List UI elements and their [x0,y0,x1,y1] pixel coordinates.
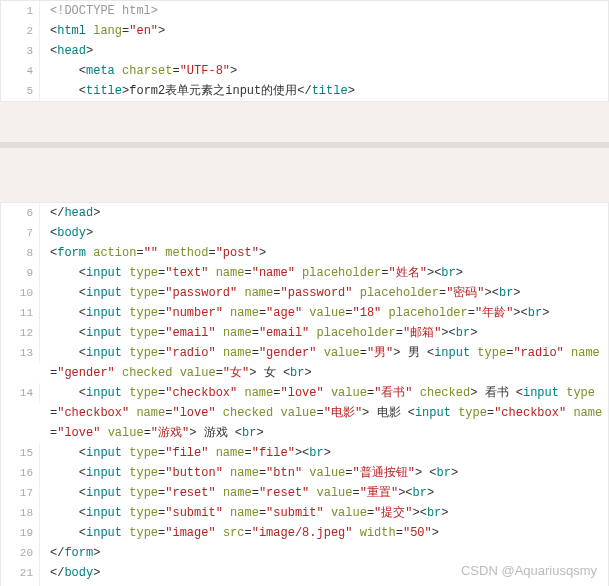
code-line: 12 <input type="email" name="email" plac… [1,323,608,343]
line-number: 19 [1,523,40,543]
line-number: 11 [1,303,40,323]
code-text: <input type="file" name="file"><br> [40,443,608,463]
code-line: 14 <input type="checkbox" name="love" va… [1,383,608,443]
code-text: <input type="image" src="image/8.jpeg" w… [40,523,608,543]
code-line: 1<!DOCTYPE html> [1,1,608,21]
code-line: 19 <input type="image" src="image/8.jpeg… [1,523,608,543]
line-number: 21 [1,563,40,583]
code-text: <input type="text" name="name" placehold… [40,263,608,283]
code-line: 16 <input type="button" name="btn" value… [1,463,608,483]
line-number: 3 [1,41,40,61]
code-line: 21</body> [1,563,608,583]
code-line: 15 <input type="file" name="file"><br> [1,443,608,463]
code-text: </form> [40,543,608,563]
line-number: 2 [1,21,40,41]
line-number: 10 [1,283,40,303]
line-number: 16 [1,463,40,483]
code-text: <body> [40,223,608,243]
line-number: 8 [1,243,40,263]
code-line: 9 <input type="text" name="name" placeho… [1,263,608,283]
code-text: <head> [40,41,608,61]
line-number: 18 [1,503,40,523]
line-number: 13 [1,343,40,363]
code-block-2: 6</head>7<body>8<form action="" method="… [0,202,609,586]
code-line: 10 <input type="password" name="password… [1,283,608,303]
code-text: <input type="submit" name="submit" value… [40,503,608,523]
code-line: 17 <input type="reset" name="reset" valu… [1,483,608,503]
code-line: 13 <input type="radio" name="gender" val… [1,343,608,383]
block-gap [0,142,609,202]
code-text: <input type="radio" name="gender" value=… [40,343,608,383]
code-line: 5 <title>form2表单元素之input的使用</title> [1,81,608,101]
gap-divider [0,142,609,148]
line-number: 6 [1,203,40,223]
line-number: 14 [1,383,40,403]
code-line: 2<html lang="en"> [1,21,608,41]
code-text: <title>form2表单元素之input的使用</title> [40,81,608,101]
line-number: 1 [1,1,40,21]
code-line: 11 <input type="number" name="age" value… [1,303,608,323]
code-line: 18 <input type="submit" name="submit" va… [1,503,608,523]
code-line: 4 <meta charset="UTF-8"> [1,61,608,81]
code-text: </head> [40,203,608,223]
code-line: 20</form> [1,543,608,563]
code-text: <meta charset="UTF-8"> [40,61,608,81]
line-number: 7 [1,223,40,243]
line-number: 17 [1,483,40,503]
code-text: <form action="" method="post"> [40,243,608,263]
code-text: <input type="reset" name="reset" value="… [40,483,608,503]
code-text: <input type="email" name="email" placeho… [40,323,608,343]
code-text: <input type="button" name="btn" value="普… [40,463,608,483]
code-text: <input type="password" name="password" p… [40,283,608,303]
code-block-1: 1<!DOCTYPE html>2<html lang="en">3<head>… [0,0,609,102]
code-line: 3<head> [1,41,608,61]
line-number: 4 [1,61,40,81]
code-text: <input type="number" name="age" value="1… [40,303,608,323]
code-line: 8<form action="" method="post"> [1,243,608,263]
line-number: 5 [1,81,40,101]
line-number: 15 [1,443,40,463]
line-number: 12 [1,323,40,343]
line-number: 20 [1,543,40,563]
code-text: <html lang="en"> [40,21,608,41]
line-number: 9 [1,263,40,283]
code-text: </body> [40,563,608,583]
code-line: 6</head> [1,203,608,223]
code-text: <!DOCTYPE html> [40,1,608,21]
code-text: <input type="checkbox" name="love" value… [40,383,608,443]
code-line: 7<body> [1,223,608,243]
